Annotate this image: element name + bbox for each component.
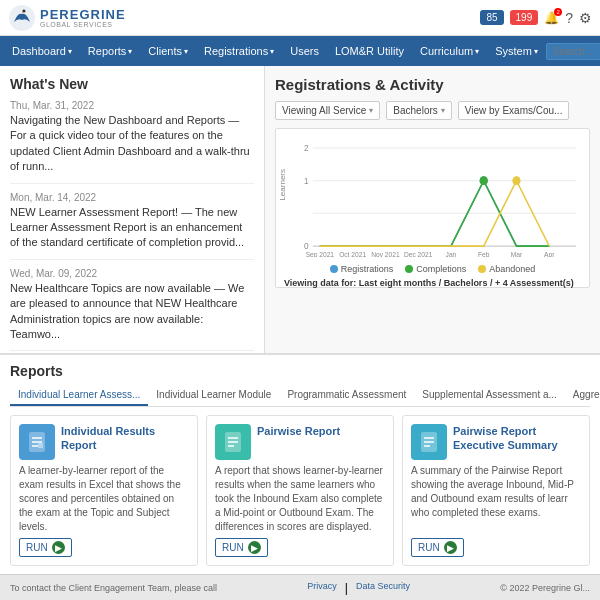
arrow-right-icon: ▶: [52, 541, 65, 554]
chart-legend: Registrations Completions Abandoned: [284, 264, 581, 274]
card-icon-3: [411, 424, 447, 460]
top-bar: PEREGRINE GLOBAL SERVICES 85 199 🔔 2 ? ⚙: [0, 0, 600, 36]
notif-count: 2: [554, 8, 562, 16]
brand-name: PEREGRINE: [40, 8, 126, 21]
nav-search-input[interactable]: [546, 43, 600, 60]
run-button-2[interactable]: RUN ▶: [215, 538, 268, 557]
registrations-panel: Registrations & Activity Viewing All Ser…: [265, 66, 600, 353]
card-title-1: Individual Results Report: [61, 424, 189, 453]
footer-copyright: © 2022 Peregrine Gl...: [500, 583, 590, 593]
brand-sub: GLOBAL SERVICES: [40, 21, 126, 28]
whats-new-title: What's New: [10, 76, 254, 92]
chevron-down-icon: ▾: [441, 106, 445, 115]
reports-tabs: Individual Learner Assess... Individual …: [10, 385, 590, 407]
nav-bar: Dashboard ▾ Reports ▾ Clients ▾ Registra…: [0, 36, 600, 66]
arrow-right-icon: ▶: [444, 541, 457, 554]
card-header-2: Pairwise Report: [215, 424, 385, 460]
chevron-down-icon: ▾: [270, 47, 274, 56]
badge-btn-1[interactable]: 85: [480, 10, 503, 25]
news-date-3: Wed, Mar. 09, 2022: [10, 268, 254, 279]
view-by-dropdown[interactable]: View by Exams/Cou...: [458, 101, 570, 120]
chevron-down-icon: ▾: [184, 47, 188, 56]
registrations-title: Registrations & Activity: [275, 76, 590, 93]
svg-text:1: 1: [304, 176, 309, 186]
svg-text:Apr: Apr: [544, 251, 555, 257]
registrations-dot: [330, 265, 338, 273]
report-cards: Individual Results Report A learner-by-l…: [10, 415, 590, 566]
reports-title: Reports: [10, 363, 590, 379]
report-icon: [25, 430, 49, 454]
report-icon-3: [417, 430, 441, 454]
svg-text:Sep 2021: Sep 2021: [306, 251, 335, 257]
privacy-link[interactable]: Privacy: [307, 581, 337, 595]
news-text-2: NEW Learner Assessment Report! — The new…: [10, 205, 254, 251]
news-date-1: Thu, Mar. 31, 2022: [10, 100, 254, 111]
main-content: What's New Thu, Mar. 31, 2022 Navigating…: [0, 66, 600, 574]
svg-text:Feb: Feb: [478, 251, 490, 257]
nav-curriculum[interactable]: Curriculum ▾: [412, 36, 487, 66]
run-button-1[interactable]: RUN ▶: [19, 538, 72, 557]
card-icon-2: [215, 424, 251, 460]
chevron-down-icon: ▾: [128, 47, 132, 56]
legend-completions: Completions: [405, 264, 466, 274]
nav-registrations[interactable]: Registrations ▾: [196, 36, 282, 66]
tab-aggregate[interactable]: Aggregate: [565, 385, 600, 406]
nav-dashboard[interactable]: Dashboard ▾: [4, 36, 80, 66]
svg-rect-24: [38, 443, 43, 448]
run-button-3[interactable]: RUN ▶: [411, 538, 464, 557]
svg-point-1: [23, 9, 26, 12]
settings-icon[interactable]: ⚙: [579, 10, 592, 26]
legend-abandoned: Abandoned: [478, 264, 535, 274]
service-dropdown[interactable]: Viewing All Service ▾: [275, 101, 380, 120]
nav-users[interactable]: Users: [282, 36, 327, 66]
top-icons: 85 199 🔔 2 ? ⚙: [480, 10, 592, 26]
reg-controls: Viewing All Service ▾ Bachelors ▾ View b…: [275, 101, 590, 120]
tab-supplemental[interactable]: Supplemental Assessment a...: [414, 385, 565, 406]
news-item-1: Thu, Mar. 31, 2022 Navigating the New Da…: [10, 100, 254, 184]
svg-text:Jan: Jan: [446, 251, 457, 257]
report-icon-2: [221, 430, 245, 454]
news-text-3: New Healthcare Topics are now available …: [10, 281, 254, 343]
completions-dot: [405, 265, 413, 273]
report-card-pairwise-exec: Pairwise Report Executive Summary A summ…: [402, 415, 590, 566]
y-axis-label: Learners: [278, 169, 287, 201]
chart-area: Learners 2 1 0 Sep 2021 Oct 2021 Nov 202…: [275, 128, 590, 288]
footer-contact: To contact the Client Engagement Team, p…: [10, 583, 217, 593]
content-area: What's New Thu, Mar. 31, 2022 Navigating…: [0, 66, 600, 353]
nav-lomr[interactable]: LOM&R Utility: [327, 36, 412, 66]
tab-individual-learner-assess[interactable]: Individual Learner Assess...: [10, 385, 148, 406]
chart-svg: 2 1 0 Sep 2021 Oct 2021 Nov 2021 Dec 202…: [284, 137, 581, 257]
svg-text:2: 2: [304, 143, 309, 153]
badge-btn-2[interactable]: 199: [510, 10, 539, 25]
svg-point-19: [512, 176, 520, 185]
news-date-2: Mon, Mar. 14, 2022: [10, 192, 254, 203]
svg-point-18: [480, 176, 488, 185]
card-desc-1: A learner-by-learner report of the exam …: [19, 464, 189, 534]
data-security-link[interactable]: Data Security: [356, 581, 410, 595]
nav-system[interactable]: System ▾: [487, 36, 546, 66]
viewing-data: Viewing data for: Last eight months / Ba…: [284, 278, 581, 288]
whats-new-panel: What's New Thu, Mar. 31, 2022 Navigating…: [0, 66, 265, 353]
notification-icon[interactable]: 🔔 2: [544, 11, 559, 25]
card-desc-2: A report that shows learner-by-learner r…: [215, 464, 385, 534]
card-icon-1: [19, 424, 55, 460]
nav-reports[interactable]: Reports ▾: [80, 36, 141, 66]
tab-individual-learner-module[interactable]: Individual Learner Module: [148, 385, 279, 406]
news-text-1: Navigating the New Dashboard and Reports…: [10, 113, 254, 175]
chevron-down-icon: ▾: [68, 47, 72, 56]
tab-programmatic[interactable]: Programmatic Assessment: [279, 385, 414, 406]
help-icon[interactable]: ?: [565, 10, 573, 26]
report-card-pairwise: Pairwise Report A report that shows lear…: [206, 415, 394, 566]
svg-text:Mar: Mar: [511, 251, 523, 257]
card-title-3: Pairwise Report Executive Summary: [453, 424, 581, 453]
card-header-1: Individual Results Report: [19, 424, 189, 460]
logo-text: PEREGRINE GLOBAL SERVICES: [40, 8, 126, 28]
nav-clients[interactable]: Clients ▾: [140, 36, 196, 66]
chevron-down-icon: ▾: [475, 47, 479, 56]
card-header-3: Pairwise Report Executive Summary: [411, 424, 581, 460]
arrow-right-icon: ▶: [248, 541, 261, 554]
footer: To contact the Client Engagement Team, p…: [0, 574, 600, 600]
chevron-down-icon: ▾: [534, 47, 538, 56]
report-card-individual-results: Individual Results Report A learner-by-l…: [10, 415, 198, 566]
degree-dropdown[interactable]: Bachelors ▾: [386, 101, 451, 120]
